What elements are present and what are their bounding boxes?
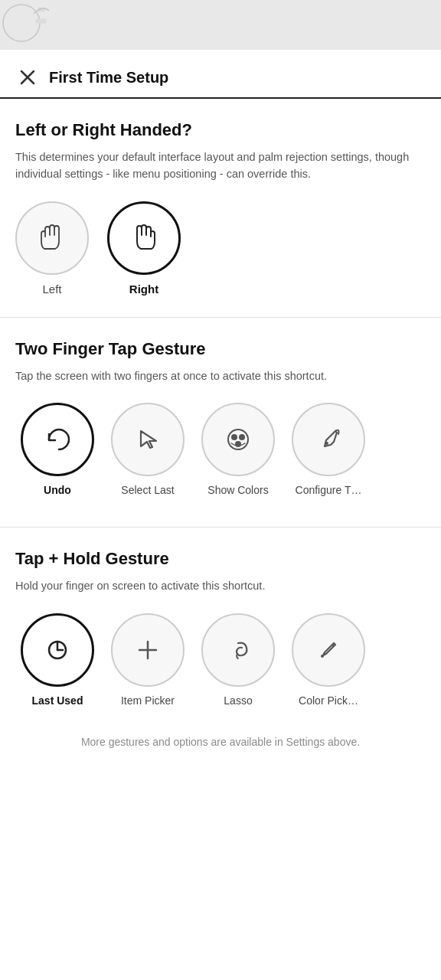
two-finger-tap-title: Two Finger Tap Gesture <box>15 339 426 359</box>
hand-circle-right <box>107 201 181 275</box>
undo-icon <box>41 423 74 456</box>
gesture-configure-tool[interactable]: Configure T… <box>286 403 371 496</box>
gesture-label-lasso: Lasso <box>224 694 252 707</box>
item-picker-icon <box>132 634 164 666</box>
handedness-title: Left or Right Handed? <box>15 120 426 140</box>
gesture-label-show-colors: Show Colors <box>207 484 268 496</box>
left-hand-icon <box>34 220 70 256</box>
gesture-undo[interactable]: Undo <box>15 403 100 496</box>
tap-hold-title: Tap + Hold Gesture <box>15 549 426 569</box>
hand-label-left: Left <box>42 283 61 296</box>
gesture-label-select-last: Select Last <box>121 484 174 496</box>
close-button[interactable] <box>15 65 40 90</box>
tap-hold-options: Last Used Item Picker <box>15 613 371 710</box>
two-finger-tap-desc: Tap the screen with two fingers at once … <box>15 368 426 385</box>
svg-point-15 <box>325 442 328 445</box>
gesture-label-last-used: Last Used <box>32 694 83 707</box>
close-icon <box>19 69 36 86</box>
svg-point-0 <box>3 5 40 41</box>
gesture-lasso[interactable]: Lasso <box>196 613 280 707</box>
gesture-circle-configure-tool <box>292 403 365 476</box>
select-last-icon <box>132 423 164 456</box>
hand-options: Left Right <box>15 201 426 296</box>
lasso-icon <box>222 634 254 666</box>
gesture-circle-lasso <box>201 613 275 687</box>
svg-point-13 <box>239 434 245 440</box>
right-hand-icon <box>126 220 162 256</box>
gesture-circle-undo <box>21 403 94 476</box>
gesture-label-configure-tool: Configure T… <box>296 484 362 496</box>
svg-point-12 <box>231 434 237 440</box>
handedness-desc: This determines your default interface l… <box>15 149 426 183</box>
two-finger-tap-scroll[interactable]: Undo Select Last <box>15 403 426 505</box>
gesture-circle-item-picker <box>111 613 185 687</box>
gesture-color-pick[interactable]: Color Pick… <box>286 613 371 707</box>
color-pick-icon <box>312 634 345 666</box>
gesture-circle-last-used <box>21 613 94 687</box>
gesture-circle-show-colors <box>201 403 275 476</box>
svg-rect-1 <box>35 18 46 23</box>
hand-option-left[interactable]: Left <box>15 201 89 296</box>
hand-circle-left <box>15 201 89 275</box>
tap-hold-section: Tap + Hold Gesture Hold your finger on s… <box>0 528 441 716</box>
gesture-show-colors[interactable]: Show Colors <box>196 403 280 496</box>
gesture-circle-select-last <box>111 403 185 476</box>
two-finger-tap-options: Undo Select Last <box>15 403 371 499</box>
footer-note: More gestures and options are available … <box>0 716 441 775</box>
gesture-item-picker[interactable]: Item Picker <box>106 613 190 707</box>
handedness-section: Left or Right Handed? This determines yo… <box>0 99 441 296</box>
svg-text:30: 30 <box>38 6 45 13</box>
gesture-label-undo: Undo <box>44 484 71 496</box>
header: First Time Setup <box>0 50 441 99</box>
svg-point-14 <box>235 441 241 447</box>
svg-point-22 <box>321 655 324 658</box>
svg-line-21 <box>332 645 334 646</box>
gesture-label-color-pick: Color Pick… <box>299 694 358 707</box>
gesture-select-last[interactable]: Select Last <box>106 403 190 496</box>
hand-option-right[interactable]: Right <box>107 201 181 296</box>
gesture-circle-color-pick <box>292 613 365 687</box>
last-used-icon <box>41 634 74 666</box>
header-title: First Time Setup <box>49 69 168 87</box>
tap-hold-scroll[interactable]: Last Used Item Picker <box>15 613 426 716</box>
two-finger-tap-section: Two Finger Tap Gesture Tap the screen wi… <box>0 318 441 506</box>
top-bar: 30 <box>0 0 441 50</box>
gesture-last-used[interactable]: Last Used <box>15 613 100 707</box>
gesture-label-item-picker: Item Picker <box>121 694 175 707</box>
sketch-decoration: 30 <box>0 0 61 46</box>
configure-tool-icon <box>312 423 345 456</box>
show-colors-icon <box>222 423 254 456</box>
hand-label-right: Right <box>129 283 158 296</box>
tap-hold-desc: Hold your finger on screen to activate t… <box>15 578 426 595</box>
main-card: First Time Setup Left or Right Handed? T… <box>0 50 441 980</box>
